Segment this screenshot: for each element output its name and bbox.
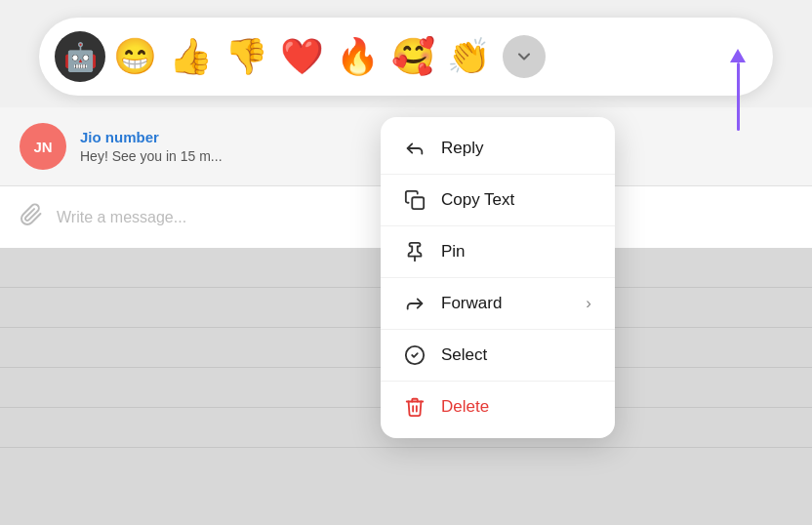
menu-item-forward[interactable]: Forward › <box>381 280 615 327</box>
more-emojis-button[interactable] <box>503 35 546 78</box>
menu-item-delete[interactable]: Delete <box>381 384 615 430</box>
emoji-heart[interactable]: ❤️ <box>276 32 328 81</box>
menu-item-copy-text[interactable]: Copy Text <box>381 177 615 223</box>
user-avatar: 🤖 <box>55 31 105 82</box>
emoji-love[interactable]: 🥰 <box>387 32 439 81</box>
menu-divider-4 <box>381 329 615 330</box>
select-icon <box>404 344 426 366</box>
menu-item-pin[interactable]: Pin <box>381 228 615 275</box>
menu-divider-2 <box>381 225 615 226</box>
pin-label: Pin <box>441 242 466 262</box>
menu-item-reply[interactable]: Reply <box>381 125 615 172</box>
reply-label: Reply <box>441 139 483 158</box>
delete-icon <box>404 396 426 418</box>
emoji-thumbsup[interactable]: 👍 <box>165 32 217 81</box>
context-menu: Reply Copy Text Pin <box>381 117 615 438</box>
emoji-fire[interactable]: 🔥 <box>332 32 384 81</box>
screen: 🤖 😁 👍 👎 ❤️ 🔥 🥰 👏 JN Jio number Hey! See … <box>0 0 812 525</box>
emoji-clap[interactable]: 👏 <box>443 32 495 81</box>
arrow-line <box>737 62 740 131</box>
menu-item-select[interactable]: Select <box>381 332 615 379</box>
arrow-head <box>730 49 746 62</box>
reply-icon <box>404 138 426 159</box>
forward-label: Forward <box>441 294 502 313</box>
select-label: Select <box>441 345 487 365</box>
emoji-thumbsdown[interactable]: 👎 <box>221 32 272 81</box>
emoji-grin[interactable]: 😁 <box>109 32 161 81</box>
forward-chevron: › <box>586 294 591 313</box>
svg-rect-0 <box>412 197 424 209</box>
forward-icon <box>404 293 426 314</box>
menu-divider-1 <box>381 174 615 175</box>
pin-icon <box>404 241 426 262</box>
menu-divider-5 <box>381 381 615 382</box>
copy-icon <box>404 189 426 211</box>
attachment-icon[interactable] <box>20 203 43 232</box>
copy-text-label: Copy Text <box>441 190 514 210</box>
menu-divider-3 <box>381 277 615 278</box>
delete-label: Delete <box>441 397 489 417</box>
arrow-indicator <box>730 49 746 131</box>
contact-avatar: JN <box>20 123 66 170</box>
emoji-reaction-bar: 🤖 😁 👍 👎 ❤️ 🔥 🥰 👏 <box>39 18 773 96</box>
